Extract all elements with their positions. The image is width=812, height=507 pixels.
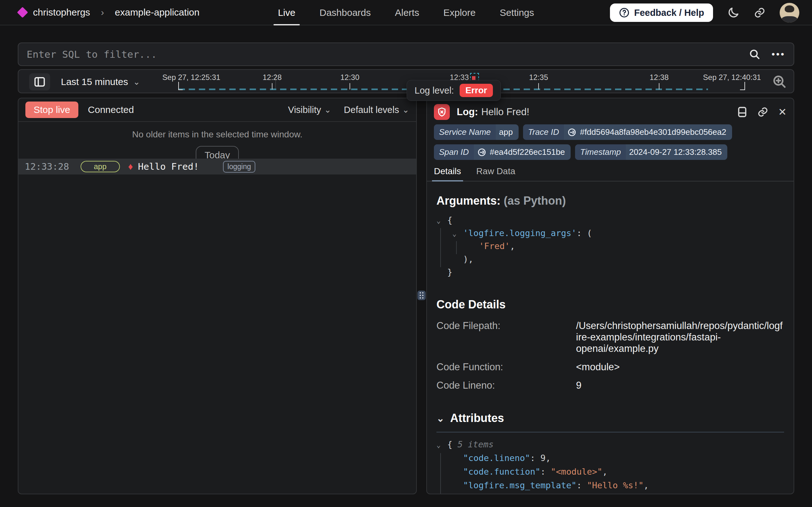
log-detail-panel: Log:Hello Fred! ✕ Service Name app Trace… (426, 98, 794, 494)
code-function-value: <module> (576, 361, 784, 373)
empty-window-message: No older items in the selected time wind… (18, 129, 416, 139)
detail-tabs: Details Raw Data (427, 160, 794, 181)
badge-service-name: Service Name app (434, 124, 519, 140)
time-range-bar: Last 15 minutes ⌄ Sep 27, 12:25:31 12:28… (18, 69, 794, 93)
sidebar-layout-icon (34, 77, 45, 87)
question-circle-icon (619, 7, 630, 18)
live-logs-panel: Stop live Connected Visibility ⌄ Default… (18, 98, 417, 494)
log-message: Hello Fred! (138, 161, 199, 172)
navbar-actions: Feedback / Help (610, 0, 799, 25)
code-filepath-value: /Users/christophersamiullah/repos/pydant… (576, 320, 784, 354)
tab-explore[interactable]: Explore (443, 0, 476, 25)
badge-trace-id[interactable]: Trace ID #fdd5694a8fa98eb4e301d99ebc056e… (523, 124, 732, 140)
tab-alerts[interactable]: Alerts (395, 0, 419, 25)
link-icon (477, 148, 487, 157)
code-details-section: Code Details Code Filepath: /Users/chris… (436, 298, 784, 391)
tab-raw-data[interactable]: Raw Data (477, 166, 515, 181)
sql-filter-bar: Enter SQL to filter... ••• (18, 43, 794, 66)
visibility-dropdown[interactable]: Visibility ⌄ (288, 105, 331, 115)
tab-live[interactable]: Live (278, 0, 295, 25)
live-panel-header: Stop live Connected Visibility ⌄ Default… (18, 98, 416, 122)
detail-title: Log:Hello Fred! (457, 106, 529, 118)
attributes-json-block[interactable]: ⌄{ 5 items"code.lineno": 9,"code.functio… (436, 439, 784, 494)
attributes-collapse-toggle[interactable]: ⌄ Attributes (436, 411, 784, 425)
share-link-icon[interactable] (754, 7, 766, 19)
time-range-select[interactable]: Last 15 minutes ⌄ (61, 70, 140, 94)
log-level-tooltip: Log level: Error (407, 80, 501, 101)
log-row-selected[interactable]: 12:33:28 app ♦ Hello Fred! logging (18, 159, 416, 174)
nav-tabs: Live Dashboards Alerts Explore Settings (278, 0, 534, 25)
more-options-icon[interactable]: ••• (771, 49, 785, 60)
chevron-down-icon: ⌄ (402, 105, 409, 115)
timeline-end-label: Sep 27, 12:40:31 (703, 73, 761, 82)
error-level-badge: Error (459, 84, 493, 97)
arguments-heading: Arguments: (as Python) (436, 194, 784, 208)
feedback-help-button[interactable]: Feedback / Help (610, 3, 713, 22)
divider (436, 432, 784, 433)
service-name-pill[interactable]: app (80, 161, 120, 172)
time-range-label: Last 15 minutes (61, 76, 128, 87)
detail-header: Log:Hello Fred! ✕ (427, 98, 794, 123)
timeline-start-label: Sep 27, 12:25:31 (163, 73, 221, 82)
sidebar-toggle-button[interactable] (29, 73, 50, 91)
link-icon (567, 127, 577, 137)
dock-panel-icon[interactable] (737, 106, 748, 118)
app-root: christophergs › example-application Live… (0, 0, 812, 507)
breadcrumb-project[interactable]: example-application (115, 7, 199, 18)
code-filepath-label: Code Filepath: (436, 320, 525, 354)
zoom-in-icon (772, 74, 787, 89)
tooltip-label: Log level: (415, 86, 454, 96)
sql-filter-input[interactable]: Enter SQL to filter... (18, 49, 749, 60)
chevron-down-icon: ⌄ (133, 77, 140, 87)
close-icon[interactable]: ✕ (778, 106, 787, 118)
log-timestamp: 12:33:28 (25, 161, 69, 172)
breadcrumb-separator: › (101, 7, 104, 18)
feedback-help-label: Feedback / Help (634, 8, 704, 18)
copy-link-icon[interactable] (757, 106, 768, 118)
badge-span-id[interactable]: Span ID #ea4d5f226ec151be (434, 145, 571, 160)
tab-details[interactable]: Details (434, 166, 461, 181)
code-lineno-value: 9 (576, 380, 784, 391)
detail-title-text: Hello Fred! (481, 106, 529, 117)
breadcrumb-org[interactable]: christophergs (33, 7, 90, 18)
attributes-heading: Attributes (450, 411, 504, 425)
panel-resize-handle[interactable] (418, 291, 426, 300)
detail-title-prefix: Log: (457, 106, 478, 117)
zoom-in-button[interactable] (772, 74, 787, 90)
detail-content: Arguments: (as Python) ⌄{⌄'logfire.loggi… (427, 181, 794, 494)
code-function-label: Code Function: (436, 361, 525, 373)
error-shield-icon (434, 104, 450, 120)
dark-mode-moon-icon[interactable] (727, 6, 740, 19)
logging-tag-chip[interactable]: logging (223, 161, 255, 173)
search-icon[interactable] (749, 48, 761, 60)
chevron-down-icon: ⌄ (436, 413, 444, 424)
top-navbar: christophergs › example-application Live… (0, 0, 812, 25)
connection-status: Connected (88, 104, 134, 115)
default-levels-dropdown[interactable]: Default levels ⌄ (344, 105, 409, 115)
badge-timestamp: Timestamp 2024-09-27 12:33:28.385 (575, 145, 727, 160)
error-diamond-icon: ♦ (128, 162, 133, 171)
stop-live-button[interactable]: Stop live (25, 102, 78, 118)
arguments-subheading: (as Python) (504, 194, 566, 207)
code-lineno-label: Code Lineno: (436, 380, 525, 391)
arguments-code-block[interactable]: ⌄{⌄'logfire.logging_args': ('Fred',),} (436, 215, 784, 280)
tab-dashboards[interactable]: Dashboards (319, 0, 371, 25)
detail-badges: Service Name app Trace ID #fdd5694a8fa98… (427, 123, 794, 160)
logfire-logo-icon[interactable] (17, 7, 28, 18)
user-avatar[interactable] (779, 3, 799, 22)
code-details-heading: Code Details (436, 298, 784, 311)
tab-settings[interactable]: Settings (500, 0, 534, 25)
chevron-down-icon: ⌄ (324, 105, 331, 115)
breadcrumb: christophergs › example-application (0, 7, 199, 18)
